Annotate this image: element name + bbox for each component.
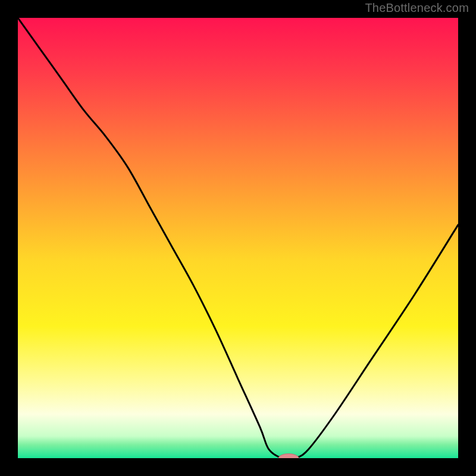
chart-frame: TheBottleneck.com (0, 0, 476, 476)
watermark-text: TheBottleneck.com (365, 1, 469, 15)
plot-svg (18, 18, 458, 458)
plot-area (18, 18, 458, 458)
gradient-background (18, 18, 458, 458)
